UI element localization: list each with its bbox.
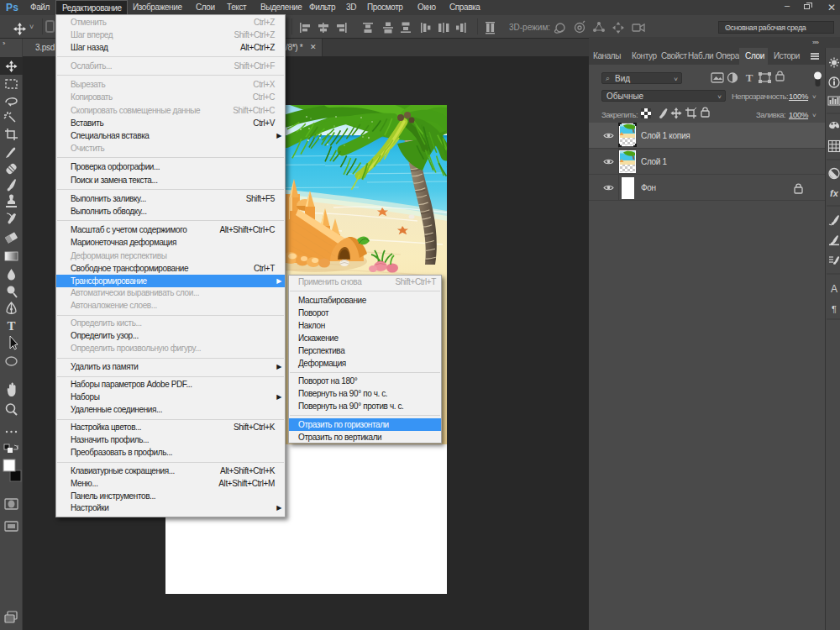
svg-text:T: T xyxy=(746,71,753,84)
svg-text:T: T xyxy=(7,319,15,333)
